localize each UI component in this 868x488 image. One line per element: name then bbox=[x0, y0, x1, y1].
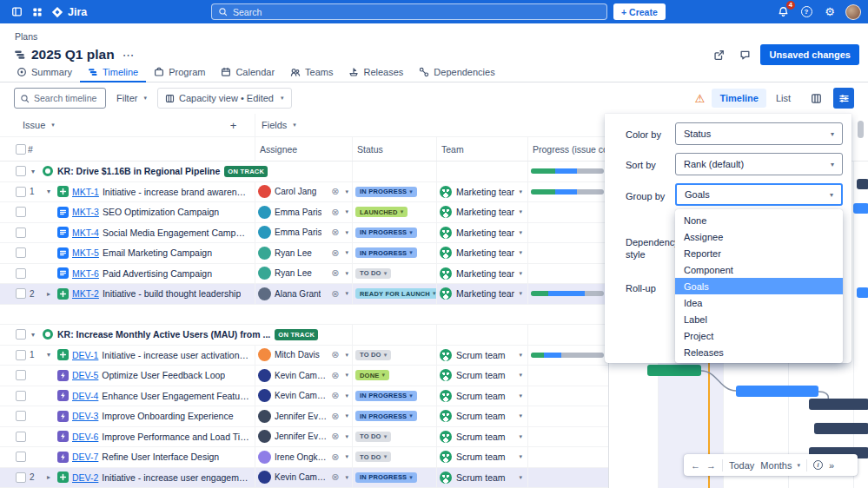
chevron-down-icon[interactable]: ▾ bbox=[345, 412, 348, 419]
assignee-cell[interactable]: Jennifer Evans⊗▾ bbox=[255, 406, 352, 426]
row-checkbox[interactable] bbox=[16, 187, 26, 197]
view-settings-sliders-icon[interactable] bbox=[833, 88, 854, 109]
issue-key-link[interactable]: DEV-5 bbox=[72, 370, 98, 380]
more-actions-icon[interactable]: ⋯ bbox=[120, 48, 137, 62]
gantt-bar[interactable] bbox=[853, 203, 868, 214]
group-by-option[interactable]: Project bbox=[675, 327, 843, 344]
issue-key-link[interactable]: DEV-4 bbox=[72, 391, 98, 401]
row-checkbox[interactable] bbox=[16, 452, 26, 462]
notifications-bell-icon[interactable]: 4 bbox=[775, 4, 791, 20]
chevron-down-icon[interactable]: ▾ bbox=[519, 188, 522, 195]
team-column-header[interactable]: Team bbox=[436, 137, 527, 161]
group-by-option[interactable]: Releases bbox=[675, 344, 843, 360]
issue-row[interactable]: MKT-3SEO Optimization CampaignEmma Paris… bbox=[0, 202, 608, 223]
issue-row[interactable]: MKT-4Social Media Engagement CampaignEmm… bbox=[0, 223, 608, 244]
clear-assignee-icon[interactable]: ⊗ bbox=[331, 390, 339, 401]
row-checkbox[interactable] bbox=[16, 432, 26, 442]
gantt-bar[interactable] bbox=[857, 179, 868, 189]
issue-key-link[interactable]: MKT-1 bbox=[72, 187, 99, 197]
chevron-down-icon[interactable]: ▾ bbox=[519, 433, 522, 440]
issue-key-link[interactable]: DEV-7 bbox=[72, 452, 98, 462]
team-cell[interactable]: Scrum team▾ bbox=[436, 346, 527, 366]
chevron-down-icon[interactable]: ▾ bbox=[345, 249, 348, 256]
scroll-right-icon[interactable]: → bbox=[706, 460, 716, 471]
row-checkbox[interactable] bbox=[16, 391, 26, 401]
status-dropdown[interactable]: TO DO▾ bbox=[355, 268, 391, 279]
chevron-down-icon[interactable]: ▾ bbox=[345, 392, 348, 399]
expand-controls-icon[interactable]: » bbox=[829, 460, 834, 471]
chevron-down-icon[interactable]: ▾ bbox=[345, 474, 348, 481]
chevron-down-icon[interactable]: ▾ bbox=[345, 208, 348, 215]
group-by-option[interactable]: Idea bbox=[675, 294, 843, 311]
group-by-option[interactable]: Reporter bbox=[675, 245, 843, 261]
status-dropdown[interactable]: IN PROGRESS▾ bbox=[355, 187, 417, 197]
clear-assignee-icon[interactable]: ⊗ bbox=[331, 267, 339, 279]
status-dropdown[interactable]: DONE▾ bbox=[355, 370, 389, 380]
status-dropdown[interactable]: TO DO▾ bbox=[355, 432, 391, 442]
team-cell[interactable]: Marketing team▾ bbox=[436, 264, 527, 284]
chevron-down-icon[interactable]: ▾ bbox=[345, 352, 348, 359]
assignee-cell[interactable]: Emma Paris⊗▾ bbox=[255, 202, 352, 222]
clear-assignee-icon[interactable]: ⊗ bbox=[331, 349, 339, 360]
row-checkbox[interactable] bbox=[16, 411, 26, 421]
today-button[interactable]: Today bbox=[729, 460, 754, 471]
app-switcher-icon[interactable] bbox=[28, 3, 47, 22]
clear-assignee-icon[interactable]: ⊗ bbox=[331, 431, 339, 442]
assignee-cell[interactable]: Ryan Lee⊗▾ bbox=[255, 243, 352, 263]
team-cell[interactable]: Scrum team▾ bbox=[436, 447, 527, 467]
color-by-select[interactable]: Status▾ bbox=[675, 122, 843, 145]
assignee-cell[interactable]: Kevin Campbell⊗▾ bbox=[255, 366, 352, 386]
zoom-level-select[interactable]: Months▾ bbox=[760, 460, 800, 471]
tab-program[interactable]: Program bbox=[146, 63, 213, 82]
row-checkbox[interactable] bbox=[16, 370, 26, 380]
team-cell[interactable]: Marketing team▾ bbox=[436, 223, 527, 243]
chevron-down-icon[interactable]: ▾ bbox=[345, 372, 348, 379]
user-avatar[interactable] bbox=[845, 4, 861, 20]
gantt-bar[interactable] bbox=[814, 423, 868, 434]
help-icon[interactable]: ? bbox=[798, 4, 814, 20]
chevron-down-icon[interactable]: ▾ bbox=[345, 290, 348, 297]
row-checkbox[interactable] bbox=[16, 207, 26, 217]
issue-key-link[interactable]: DEV-1 bbox=[72, 350, 98, 360]
issue-row[interactable]: DEV-5Optimize User Feedback LoopKevin Ca… bbox=[0, 366, 608, 386]
gantt-bar[interactable] bbox=[809, 399, 868, 410]
clear-assignee-icon[interactable]: ⊗ bbox=[331, 452, 339, 463]
status-column-header[interactable]: Status bbox=[352, 137, 436, 161]
assignee-cell[interactable]: Emma Paris⊗▾ bbox=[255, 223, 352, 243]
status-dropdown[interactable]: IN PROGRESS▾ bbox=[355, 247, 417, 258]
team-cell[interactable]: Marketing team▾ bbox=[436, 202, 527, 222]
tab-timeline[interactable]: Timeline bbox=[80, 63, 146, 82]
group-by-option[interactable]: Component bbox=[675, 261, 843, 278]
assignee-cell[interactable]: Carol Jang⊗▾ bbox=[255, 182, 352, 202]
view-selector-button[interactable]: Capacity view • Edited▾ bbox=[157, 88, 292, 109]
team-cell[interactable]: Scrum team▾ bbox=[436, 468, 527, 488]
chevron-down-icon[interactable]: ▾ bbox=[345, 188, 348, 195]
team-cell[interactable]: Marketing team▾ bbox=[436, 182, 527, 202]
team-cell[interactable]: Marketing team▾ bbox=[436, 243, 527, 263]
tab-teams[interactable]: Teams bbox=[282, 63, 341, 82]
status-dropdown[interactable]: TO DO▾ bbox=[355, 350, 391, 360]
issue-row[interactable]: MKT-5Email Marketing CampaignRyan Lee⊗▾I… bbox=[0, 243, 608, 264]
collapse-chevron-icon[interactable]: ▾ bbox=[28, 168, 38, 175]
row-checkbox[interactable] bbox=[16, 247, 26, 258]
assignee-cell[interactable]: Jennifer Evans⊗▾ bbox=[255, 427, 352, 447]
share-icon[interactable] bbox=[708, 44, 729, 65]
row-checkbox[interactable] bbox=[16, 329, 26, 340]
issue-row[interactable]: 1▾MKT-1Initiative - increase brand aware… bbox=[0, 182, 608, 203]
group-by-select[interactable]: Goals▾ bbox=[675, 183, 843, 206]
issue-row[interactable]: DEV-3Improve Onboarding ExperienceJennif… bbox=[0, 406, 608, 427]
chevron-down-icon[interactable]: ▾ bbox=[519, 453, 522, 460]
filter-button[interactable]: Filter▾ bbox=[116, 93, 147, 103]
issue-column-header[interactable]: Issue▾ bbox=[23, 120, 55, 130]
row-checkbox[interactable] bbox=[16, 268, 26, 279]
chevron-down-icon[interactable]: ▾ bbox=[519, 352, 522, 359]
chevron-down-icon[interactable]: ▾ bbox=[345, 229, 348, 236]
group-by-option[interactable]: None bbox=[675, 212, 843, 228]
chevron-down-icon[interactable]: ▾ bbox=[519, 229, 522, 236]
expand-chevron-icon[interactable]: ▸ bbox=[43, 290, 54, 298]
expand-chevron-icon[interactable]: ▸ bbox=[43, 473, 54, 481]
chevron-down-icon[interactable]: ▾ bbox=[519, 392, 522, 399]
clear-assignee-icon[interactable]: ⊗ bbox=[331, 288, 339, 300]
collapse-chevron-icon[interactable]: ▾ bbox=[43, 351, 54, 359]
group-row[interactable]: ▾KR: Increase Monthly Active Users (MAU)… bbox=[0, 325, 608, 346]
